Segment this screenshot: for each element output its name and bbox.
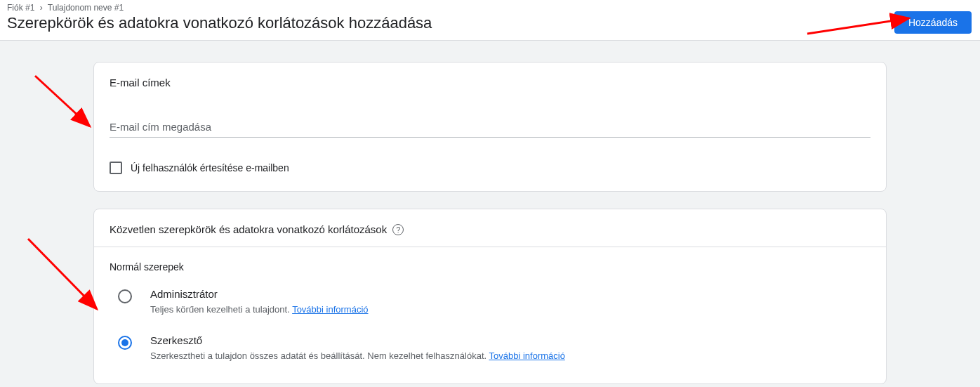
notify-checkbox-row[interactable]: Új felhasználók értesítése e-mailben	[110, 162, 870, 174]
page-header: Fiók #1 › Tulajdonom neve #1 Szerepkörök…	[0, 0, 980, 41]
role-name-editor: Szerkesztő	[150, 334, 565, 346]
role-row-editor[interactable]: Szerkesztő Szerkesztheti a tulajdon össz…	[110, 334, 870, 361]
role-desc-editor: Szerkesztheti a tulajdon összes adatát é…	[150, 350, 565, 361]
role-row-admin[interactable]: Adminisztrátor Teljes körűen kezelheti a…	[110, 288, 870, 315]
notify-checkbox[interactable]	[110, 162, 122, 174]
email-card: E-mail címek Új felhasználók értesítése …	[93, 62, 887, 192]
roles-subtitle: Normál szerepek	[110, 261, 870, 273]
header-left: Fiók #1 › Tulajdonom neve #1 Szerepkörök…	[7, 3, 432, 32]
role-radio-admin[interactable]	[118, 289, 132, 303]
breadcrumb-property[interactable]: Tulajdonom neve #1	[48, 3, 124, 13]
role-text-admin: Adminisztrátor Teljes körűen kezelheti a…	[150, 288, 369, 315]
role-text-editor: Szerkesztő Szerkesztheti a tulajdon össz…	[150, 334, 565, 361]
content-area: E-mail címek Új felhasználók értesítése …	[0, 41, 980, 387]
role-desc-admin: Teljes körűen kezelheti a tulajdont. Tov…	[150, 304, 369, 315]
roles-title-row: Közvetlen szerepkörök és adatokra vonatk…	[94, 209, 886, 247]
page-title: Szerepkörök és adatokra vonatkozó korlát…	[7, 14, 432, 32]
email-input[interactable]	[110, 117, 870, 138]
help-icon[interactable]: ?	[392, 224, 404, 235]
email-section-title: E-mail címek	[110, 77, 870, 88]
add-button[interactable]: Hozzáadás	[894, 11, 972, 34]
role-radio-editor[interactable]	[118, 336, 132, 350]
roles-card: Közvetlen szerepkörök és adatokra vonatk…	[93, 209, 887, 384]
breadcrumb-account[interactable]: Fiók #1	[7, 3, 34, 13]
role-link-admin[interactable]: További információ	[292, 304, 368, 315]
notify-checkbox-label: Új felhasználók értesítése e-mailben	[131, 162, 289, 173]
roles-section-title: Közvetlen szerepkörök és adatokra vonatk…	[110, 223, 387, 235]
breadcrumb: Fiók #1 › Tulajdonom neve #1	[7, 3, 432, 13]
breadcrumb-separator: ›	[40, 3, 43, 13]
role-name-admin: Adminisztrátor	[150, 288, 369, 300]
role-link-editor[interactable]: További információ	[489, 350, 565, 361]
